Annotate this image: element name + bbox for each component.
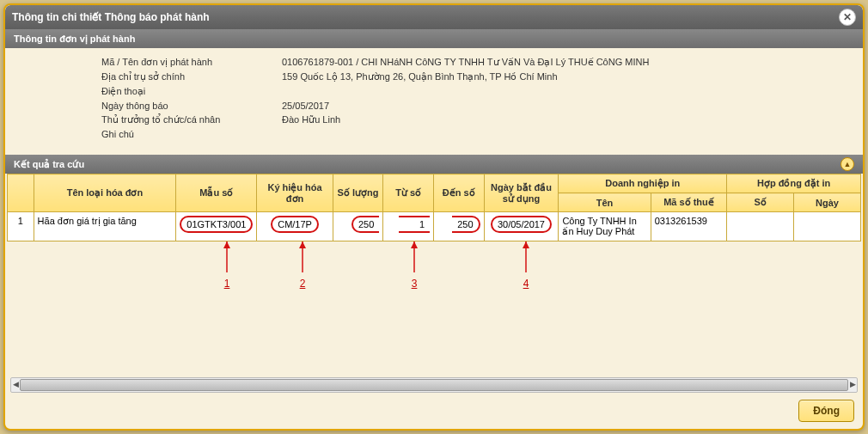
titlebar: Thông tin chi thiết Thông báo phát hành … [5,5,863,29]
table-row: 1 Hãa đơn giá trị gia tăng 01GTKT3/001 C… [8,212,861,241]
cell-mau: 01GTKT3/001 [176,212,257,241]
close-icon[interactable]: ✕ [839,9,856,26]
info-row: Địa chỉ trụ sở chính 159 Quốc Lộ 13, Phư… [15,70,853,84]
info-row: Mã / Tên đơn vị phát hành 0106761879-001… [15,55,853,70]
col-hd-ngay: Ngày [793,193,860,212]
info-value: 25/05/2017 [282,101,853,111]
info-value: 159 Quốc Lộ 13, Phường 26, Quận Bình Thạ… [282,71,853,83]
svg-marker-5 [411,241,418,248]
modal-dialog: Thông tin chi thiết Thông báo phát hành … [3,3,865,431]
info-row: Ngày thông báo 25/05/2017 [15,99,853,113]
info-row: Thủ trưởng tổ chức/cá nhân Đào Hữu Linh [15,113,853,127]
cell-dn-mst: 0313261539 [651,212,727,241]
callout-label: 3 [412,278,418,290]
chevron-up-icon[interactable]: ▲ [840,157,854,171]
cell-kyhieu: CM/17P [257,212,333,241]
col-kyhieu: Ký hiệu hóa đơn [257,174,333,212]
cell-ngaybd: 30/05/2017 [484,212,559,241]
info-label: Ghi chú [15,129,282,139]
col-tuso: Từ số [383,174,434,212]
cell-ten: Hãa đơn giá trị gia tăng [34,212,176,241]
info-label: Mã / Tên đơn vị phát hành [15,57,282,68]
info-row: Điện thoại [15,84,853,99]
info-value [282,86,853,97]
callout-arrow: 1 [222,241,232,290]
info-label: Ngày thông báo [15,101,282,111]
col-dn: Doanh nghiệp in [559,174,727,193]
scroll-left-icon[interactable]: ◀ [11,378,20,390]
callout-label: 2 [300,278,306,290]
callout-label: 1 [224,278,230,290]
svg-marker-1 [223,241,230,248]
callout-arrow: 4 [521,241,531,290]
section-header-results: Kết quả tra cứu ▲ [5,155,863,174]
issuer-info-body: Mã / Tên đơn vị phát hành 0106761879-001… [5,48,863,155]
result-table-wrap: Tên loại hóa đơn Mẫu số Ký hiệu hóa đơn … [5,174,863,241]
info-value [282,129,853,139]
horizontal-scrollbar[interactable]: ◀ ▶ [10,377,858,393]
col-dn-ten: Tên [559,193,651,212]
highlight: 250 [351,216,379,233]
info-value: Đào Hữu Linh [282,114,853,125]
highlight: 1 [399,216,430,233]
section-title-results: Kết quả tra cứu [14,159,84,170]
cell-soluong: 250 [333,212,383,241]
col-hd: Hợp đồng đặt in [727,174,861,193]
section-title-issuer: Thông tin đơn vị phát hành [14,34,135,45]
col-hd-so: Số [727,193,794,212]
cell-hd-so [727,212,794,241]
info-row: Ghi chú [15,127,853,141]
col-denso: Đến số [434,174,485,212]
highlight: 30/05/2017 [491,216,552,233]
scroll-right-icon[interactable]: ▶ [848,378,857,390]
dialog-footer: Đóng [798,400,854,422]
svg-marker-7 [523,241,529,248]
info-label: Điện thoại [15,86,282,97]
callout-arrow: 3 [409,241,419,290]
cell-tuso: 1 [383,212,434,241]
highlight: CM/17P [271,216,319,233]
result-table: Tên loại hóa đơn Mẫu số Ký hiệu hóa đơn … [7,174,861,241]
col-ten: Tên loại hóa đơn [34,174,176,212]
col-ngaybd: Ngày bắt đầu sử dụng [484,174,559,212]
cell-dn-ten: Công Ty TNHH In ấn Huy Duy Phát [559,212,651,241]
info-label: Địa chỉ trụ sở chính [15,71,282,83]
cell-hd-ngay [793,212,860,241]
callout-arrow: 2 [297,241,308,290]
highlight: 01GTKT3/001 [180,216,253,233]
section-header-issuer: Thông tin đơn vị phát hành [5,29,863,48]
col-dn-mst: Mã số thuế [651,193,727,212]
col-soluong: Số lượng [333,174,383,212]
svg-marker-3 [299,241,306,248]
info-value: 0106761879-001 / CHI NHáNH CôNG TY TNHH … [282,57,853,68]
col-mau: Mẫu số [176,174,257,212]
highlight: 250 [452,216,480,233]
callout-label: 4 [523,278,529,290]
cell-idx: 1 [8,212,34,241]
annotation-callouts: 1 2 3 4 [5,241,863,293]
info-label: Thủ trưởng tổ chức/cá nhân [15,114,282,125]
cell-denso: 250 [434,212,485,241]
scrollbar-thumb[interactable] [20,379,848,391]
col-index [8,174,34,212]
close-button[interactable]: Đóng [798,400,854,422]
dialog-title: Thông tin chi thiết Thông báo phát hành [12,11,210,23]
